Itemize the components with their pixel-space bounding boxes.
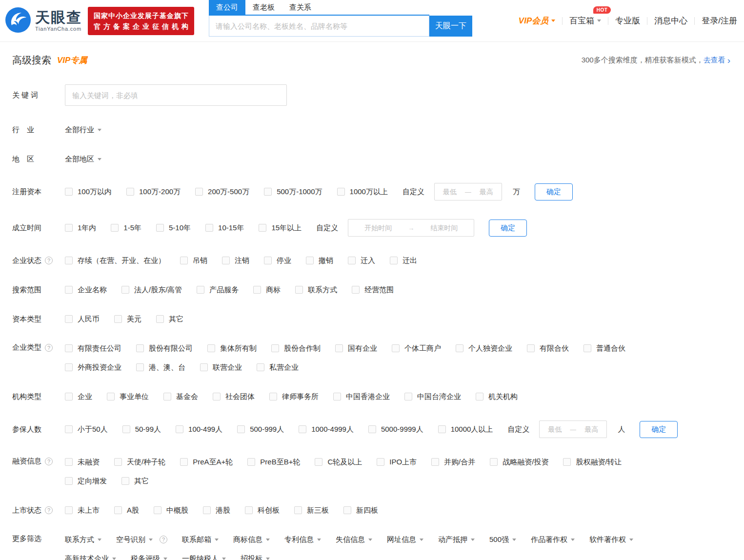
checkbox-icon[interactable]	[264, 188, 272, 196]
checkbox-option[interactable]: 港股	[203, 506, 230, 515]
checkbox-icon[interactable]	[126, 188, 134, 196]
checkbox-option[interactable]: 商标	[253, 285, 281, 295]
checkbox-option[interactable]: 中国台湾企业	[404, 392, 461, 401]
checkbox-icon[interactable]	[122, 425, 130, 433]
checkbox-option[interactable]: 新四板	[343, 506, 378, 515]
checkbox-icon[interactable]	[200, 363, 208, 371]
checkbox-option[interactable]: 停业	[264, 256, 291, 265]
checkbox-option[interactable]: 存续（在营、开业、在业）	[65, 256, 165, 265]
min-input[interactable]	[435, 188, 465, 196]
checkbox-icon[interactable]	[337, 188, 345, 196]
checkbox-option[interactable]: 未融资	[65, 458, 100, 467]
checkbox-icon[interactable]	[259, 224, 266, 232]
filter-dropdown[interactable]: 网址信息	[387, 535, 423, 544]
checkbox-option[interactable]: 50-99人	[122, 425, 161, 434]
checkbox-icon[interactable]	[180, 257, 188, 264]
checkbox-icon[interactable]	[114, 315, 122, 323]
checkbox-option[interactable]: 10000人以上	[438, 425, 493, 434]
checkbox-icon[interactable]	[392, 344, 400, 352]
checkbox-icon[interactable]	[195, 188, 203, 196]
checkbox-icon[interactable]	[65, 257, 73, 264]
tab-relation[interactable]: 查关系	[282, 0, 319, 15]
logo[interactable]: 天眼查 TianYanCha.com	[5, 7, 82, 35]
tab-company[interactable]: 查公司	[209, 0, 245, 15]
checkbox-icon[interactable]	[65, 286, 73, 294]
checkbox-option[interactable]: 200万-500万	[195, 187, 249, 197]
checkbox-icon[interactable]	[197, 286, 204, 294]
checkbox-option[interactable]: 撤销	[306, 256, 333, 265]
checkbox-icon[interactable]	[121, 477, 129, 485]
confirm-button[interactable]: 确定	[640, 421, 678, 438]
filter-dropdown[interactable]: 税务评级	[131, 554, 167, 560]
checkbox-icon[interactable]	[245, 506, 253, 514]
end-date-input[interactable]	[414, 224, 474, 232]
checkbox-option[interactable]: 其它	[121, 477, 149, 486]
checkbox-icon[interactable]	[352, 286, 360, 294]
checkbox-icon[interactable]	[65, 477, 73, 485]
checkbox-icon[interactable]	[269, 393, 277, 400]
checkbox-option[interactable]: 企业名称	[65, 285, 107, 295]
help-icon[interactable]: ?	[45, 506, 53, 514]
confirm-button[interactable]: 确定	[489, 220, 527, 237]
search-button[interactable]: 天眼一下	[429, 16, 472, 37]
checkbox-option[interactable]: 美元	[114, 315, 141, 324]
checkbox-icon[interactable]	[456, 344, 463, 352]
nav-item-pro-version[interactable]: 专业版	[615, 15, 640, 26]
filter-dropdown[interactable]: 专利信息	[284, 535, 321, 544]
checkbox-option[interactable]: 500万-1000万	[264, 187, 322, 197]
checkbox-icon[interactable]	[65, 458, 73, 466]
filter-dropdown[interactable]: 一般纳税人	[182, 554, 226, 560]
filter-dropdown[interactable]: 500强	[489, 535, 516, 544]
checkbox-icon[interactable]	[264, 257, 272, 264]
checkbox-icon[interactable]	[65, 344, 73, 352]
checkbox-option[interactable]: 注销	[222, 256, 249, 265]
checkbox-option[interactable]: 产品服务	[197, 285, 239, 295]
filter-dropdown[interactable]: 软件著作权	[589, 535, 633, 544]
checkbox-icon[interactable]	[156, 224, 164, 232]
checkbox-option[interactable]: 5-10年	[156, 223, 191, 233]
checkbox-icon[interactable]	[163, 393, 171, 400]
checkbox-icon[interactable]	[154, 506, 161, 514]
filter-dropdown[interactable]: 全部行业	[65, 125, 101, 135]
checkbox-option[interactable]: 其它	[156, 315, 183, 324]
checkbox-option[interactable]: 10-15年	[205, 223, 244, 233]
checkbox-option[interactable]: 中概股	[154, 506, 188, 515]
checkbox-icon[interactable]	[348, 257, 356, 264]
filter-dropdown[interactable]: 动产抵押	[438, 535, 475, 544]
checkbox-option[interactable]: 战略融资/投资	[490, 458, 548, 467]
nav-item-treasure-box[interactable]: 百宝箱HOT	[569, 15, 601, 26]
checkbox-icon[interactable]	[121, 286, 129, 294]
help-icon[interactable]: ?	[45, 344, 53, 352]
checkbox-icon[interactable]	[136, 363, 144, 371]
checkbox-option[interactable]: 1000-4999人	[299, 425, 354, 434]
checkbox-option[interactable]: 基金会	[163, 392, 198, 401]
checkbox-option[interactable]: 1000万以上	[337, 187, 388, 197]
checkbox-option[interactable]: 100-499人	[176, 425, 222, 434]
max-input[interactable]	[471, 188, 502, 196]
checkbox-icon[interactable]	[107, 393, 115, 400]
checkbox-option[interactable]: 1-5年	[111, 223, 141, 233]
checkbox-option[interactable]: 个体工商户	[392, 344, 441, 353]
checkbox-icon[interactable]	[271, 344, 279, 352]
checkbox-icon[interactable]	[431, 458, 439, 466]
checkbox-option[interactable]: 500-999人	[237, 425, 284, 434]
checkbox-icon[interactable]	[65, 315, 73, 323]
filter-dropdown[interactable]: 联系方式	[65, 535, 101, 544]
checkbox-option[interactable]: 股份有限公司	[136, 344, 193, 353]
checkbox-option[interactable]: 股份合作制	[271, 344, 321, 353]
checkbox-icon[interactable]	[111, 224, 119, 232]
checkbox-option[interactable]: 100万以内	[65, 187, 112, 197]
checkbox-icon[interactable]	[213, 393, 221, 400]
checkbox-option[interactable]: 集体所有制	[207, 344, 257, 353]
checkbox-option[interactable]: 天使/种子轮	[114, 458, 165, 467]
checkbox-icon[interactable]	[306, 257, 314, 264]
checkbox-icon[interactable]	[476, 393, 483, 400]
checkbox-option[interactable]: 港、澳、台	[136, 363, 185, 372]
checkbox-icon[interactable]	[583, 344, 591, 352]
checkbox-icon[interactable]	[65, 425, 73, 433]
tab-boss[interactable]: 查老板	[245, 0, 282, 15]
checkbox-icon[interactable]	[257, 363, 264, 371]
nav-item-vip-member[interactable]: VIP会员	[519, 15, 555, 26]
filter-dropdown[interactable]: 失信信息	[336, 535, 372, 544]
checkbox-option[interactable]: 普通合伙	[583, 344, 625, 353]
